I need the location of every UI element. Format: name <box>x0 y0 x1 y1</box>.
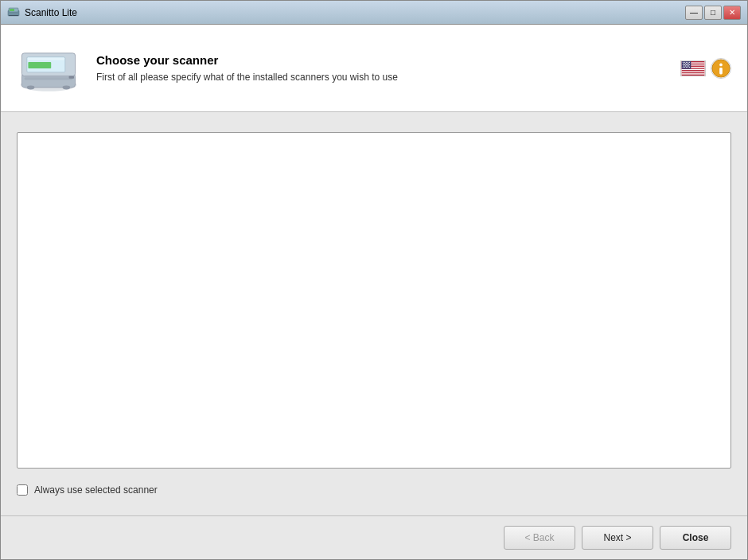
svg-rect-47 <box>719 68 723 74</box>
close-button[interactable]: Close <box>660 526 731 550</box>
svg-point-28 <box>685 63 686 64</box>
svg-point-12 <box>63 85 71 89</box>
svg-point-33 <box>686 64 687 64</box>
header-subtitle: First of all please specify what of the … <box>96 72 664 83</box>
always-use-label: Always use selected scanner <box>34 484 158 496</box>
svg-point-39 <box>688 65 689 66</box>
flag-us-icon <box>680 60 706 76</box>
svg-point-31 <box>683 64 684 64</box>
always-use-checkbox[interactable] <box>17 484 28 496</box>
title-app-icon <box>7 6 20 19</box>
app-window: Scanitto Lite — □ ✕ <box>0 0 748 560</box>
svg-point-27 <box>684 63 684 64</box>
header-title: Choose your scanner <box>96 53 664 67</box>
svg-rect-3 <box>9 15 18 16</box>
svg-rect-8 <box>28 62 51 68</box>
svg-point-46 <box>719 63 723 66</box>
hint-icon[interactable] <box>711 58 731 79</box>
title-bar-buttons: — □ ✕ <box>685 6 741 20</box>
svg-point-38 <box>687 65 688 66</box>
svg-point-32 <box>684 64 685 64</box>
svg-point-42 <box>686 66 687 67</box>
scanner-list[interactable] <box>17 132 731 469</box>
maximize-button[interactable]: □ <box>704 6 722 20</box>
back-button[interactable]: < Back <box>504 526 575 550</box>
svg-point-30 <box>688 63 689 64</box>
svg-rect-19 <box>682 71 705 72</box>
scanner-illustration <box>17 40 80 97</box>
header-flags <box>680 58 731 79</box>
svg-point-23 <box>684 61 685 62</box>
svg-point-11 <box>27 85 35 89</box>
checkbox-row: Always use selected scanner <box>17 484 731 496</box>
svg-point-22 <box>683 61 684 62</box>
svg-point-25 <box>688 61 688 62</box>
svg-point-36 <box>684 65 684 66</box>
svg-point-34 <box>688 64 688 64</box>
header-area: Choose your scanner First of all please … <box>1 25 747 112</box>
svg-point-43 <box>688 66 688 67</box>
close-title-button[interactable]: ✕ <box>723 6 741 20</box>
svg-rect-10 <box>25 77 73 80</box>
svg-rect-20 <box>682 73 705 74</box>
svg-point-24 <box>686 61 687 62</box>
svg-point-29 <box>687 63 688 64</box>
header-text: Choose your scanner First of all please … <box>96 53 664 83</box>
next-button[interactable]: Next > <box>582 526 653 550</box>
svg-rect-9 <box>28 57 64 60</box>
svg-point-41 <box>684 66 685 67</box>
minimize-button[interactable]: — <box>685 6 703 20</box>
title-bar: Scanitto Lite — □ ✕ <box>1 1 747 25</box>
window-title: Scanitto Lite <box>25 7 77 18</box>
svg-rect-18 <box>682 68 705 69</box>
main-content: Always use selected scanner <box>1 112 747 515</box>
svg-point-26 <box>689 61 690 62</box>
svg-rect-13 <box>69 76 74 78</box>
svg-point-44 <box>689 66 690 67</box>
svg-point-35 <box>689 64 690 64</box>
svg-point-37 <box>685 65 686 66</box>
svg-point-40 <box>683 66 684 67</box>
svg-rect-2 <box>10 9 14 11</box>
title-bar-left: Scanitto Lite <box>7 6 77 19</box>
footer-area: < Back Next > Close <box>1 515 747 559</box>
